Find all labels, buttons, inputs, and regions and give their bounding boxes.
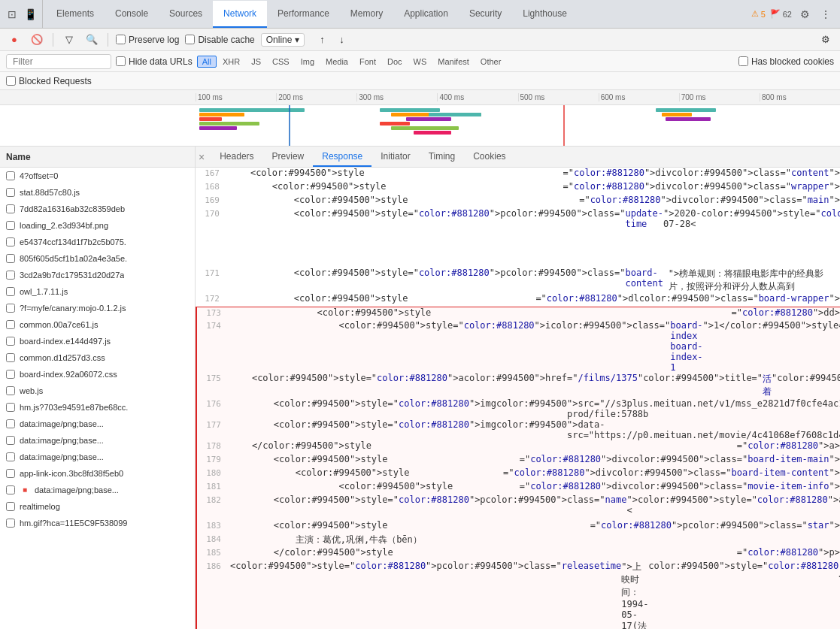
settings-icon[interactable]: ⚙ (796, 6, 813, 23)
blocked-requests-checkbox[interactable] (6, 76, 16, 86)
preserve-log-checkbox[interactable]: Preserve log (116, 35, 179, 45)
file-item-14[interactable]: hm.js?703e94591e87be68cc. (0, 399, 195, 416)
file-item-13[interactable]: web.js (0, 383, 195, 399)
file-checkbox-3[interactable] (6, 221, 15, 230)
tab-lighthouse[interactable]: Lighthouse (512, 1, 578, 28)
svg-rect-11 (414, 131, 451, 135)
file-item-17[interactable]: data:image/png;base... (0, 449, 195, 465)
has-blocked-cookies-input[interactable] (738, 56, 748, 66)
file-checkbox-14[interactable] (6, 403, 15, 412)
select-element-icon[interactable]: ⊡ (5, 7, 20, 22)
response-tab-timing[interactable]: Timing (420, 147, 465, 167)
file-checkbox-21[interactable] (6, 519, 15, 528)
filter-type-img[interactable]: Img (296, 56, 320, 68)
file-item-11[interactable]: common.d1d257d3.css (0, 349, 195, 366)
filter-type-other[interactable]: Other (475, 56, 507, 68)
filter-type-all[interactable]: All (197, 56, 217, 68)
file-checkbox-2[interactable] (6, 204, 15, 213)
file-item-9[interactable]: common.00a7ce61.js (0, 316, 195, 333)
line-content: </color:#994500">style (227, 440, 737, 451)
tab-sources[interactable]: Sources (159, 1, 213, 28)
file-item-18[interactable]: app-link-icon.3bc8fd38f5eb0 (0, 465, 195, 482)
file-list-scroll[interactable]: 4?offset=0 stat.88d57c80.js 7dd82a16316a… (0, 168, 195, 629)
network-settings-icon[interactable]: ⚙ (817, 32, 834, 48)
filter-type-ws[interactable]: WS (408, 56, 432, 68)
filter-type-js[interactable]: JS (246, 56, 266, 68)
file-checkbox-16[interactable] (6, 436, 15, 445)
tab-security[interactable]: Security (459, 1, 512, 28)
response-tab-cookies[interactable]: Cookies (464, 147, 514, 167)
file-item-6[interactable]: 3cd2a9b7dc179531d20d27a (0, 267, 195, 283)
file-item-0[interactable]: 4?offset=0 (0, 168, 195, 184)
file-checkbox-9[interactable] (6, 320, 15, 329)
file-checkbox-7[interactable] (6, 287, 15, 296)
device-toolbar-icon[interactable]: 📱 (23, 7, 38, 22)
throttling-dropdown[interactable]: Online ▾ (261, 33, 305, 47)
export-icon[interactable]: ↓ (333, 32, 350, 48)
filter-type-media[interactable]: Media (320, 56, 353, 68)
file-checkbox-17[interactable] (6, 452, 15, 461)
response-tab-response[interactable]: Response (313, 147, 371, 167)
file-checkbox-15[interactable] (6, 419, 15, 428)
file-checkbox-18[interactable] (6, 469, 15, 478)
file-item-10[interactable]: board-index.e144d497.js (0, 333, 195, 349)
file-item-15[interactable]: data:image/png;base... (0, 416, 195, 432)
disable-cache-input[interactable] (185, 35, 195, 44)
filter-icon[interactable]: ▽ (61, 32, 77, 48)
tab-elements[interactable]: Elements (46, 1, 105, 28)
hide-data-urls-checkbox[interactable]: Hide data URLs (116, 56, 193, 67)
file-checkbox-10[interactable] (6, 337, 15, 346)
timeline-chart[interactable] (0, 105, 840, 146)
file-item-4[interactable]: e54374ccf134d1f7b2c5b075. (0, 234, 195, 250)
close-panel-button[interactable]: × (199, 151, 205, 163)
file-item-19[interactable]: ■ data:image/png;base... (0, 482, 195, 498)
file-checkbox-8[interactable] (6, 304, 15, 313)
filter-type-doc[interactable]: Doc (382, 56, 408, 68)
settings-icon-right[interactable]: ⚙ (817, 32, 834, 48)
file-item-12[interactable]: board-index.92a06072.css (0, 366, 195, 383)
line-number: 173 (197, 307, 227, 318)
file-checkbox-5[interactable] (6, 254, 15, 263)
search-icon[interactable]: 🔍 (83, 32, 100, 48)
file-item-3[interactable]: loading_2.e3d934bf.png (0, 217, 195, 234)
file-item-2[interactable]: 7dd82a16316ab32c8359deb (0, 201, 195, 217)
more-options-icon[interactable]: ⋮ (817, 6, 834, 23)
file-item-16[interactable]: data:image/png;base... (0, 432, 195, 449)
import-icon[interactable]: ↑ (314, 32, 330, 48)
clear-button[interactable]: 🚫 (29, 32, 45, 48)
file-item-7[interactable]: owl_1.7.11.js (0, 283, 195, 300)
file-checkbox-4[interactable] (6, 237, 15, 246)
response-tab-initiator[interactable]: Initiator (371, 147, 419, 167)
file-checkbox-1[interactable] (6, 188, 15, 197)
tab-performance[interactable]: Performance (267, 1, 340, 28)
filter-type-css[interactable]: CSS (267, 56, 295, 68)
file-checkbox-19[interactable] (6, 485, 15, 494)
filter-type-xhr[interactable]: XHR (217, 56, 245, 68)
hide-data-urls-input[interactable] (116, 56, 126, 66)
code-line-183: 183 <color:#994500">style="color:#881280… (196, 520, 840, 534)
file-checkbox-13[interactable] (6, 386, 15, 395)
file-checkbox-11[interactable] (6, 353, 15, 362)
response-tab-preview[interactable]: Preview (263, 147, 314, 167)
disable-cache-checkbox[interactable]: Disable cache (185, 35, 254, 45)
filter-type-font[interactable]: Font (354, 56, 381, 68)
tab-memory[interactable]: Memory (340, 1, 393, 28)
file-checkbox-20[interactable] (6, 502, 15, 511)
file-item-20[interactable]: realtimelog (0, 498, 195, 515)
file-checkbox-0[interactable] (6, 171, 15, 180)
filter-type-manifest[interactable]: Manifest (432, 56, 475, 68)
filter-input[interactable] (6, 54, 111, 69)
file-item-1[interactable]: stat.88d57c80.js (0, 184, 195, 201)
file-item-5[interactable]: 805f605d5cf1b1a02a4e3a5e. (0, 250, 195, 267)
file-item-21[interactable]: hm.gif?hca=11E5C9F538099 (0, 515, 195, 531)
tab-application[interactable]: Application (393, 1, 459, 28)
file-item-8[interactable]: ?f=myfe/canary:mojo-0.1.2.js (0, 300, 195, 316)
tab-console[interactable]: Console (105, 1, 159, 28)
code-viewer[interactable]: 167 <color:#994500">style="color:#881280… (196, 168, 840, 629)
preserve-log-input[interactable] (116, 35, 126, 44)
tab-network[interactable]: Network (213, 1, 267, 28)
file-checkbox-6[interactable] (6, 271, 15, 280)
file-checkbox-12[interactable] (6, 370, 15, 379)
record-button[interactable]: ● (6, 32, 23, 48)
response-tab-headers[interactable]: Headers (211, 147, 262, 167)
